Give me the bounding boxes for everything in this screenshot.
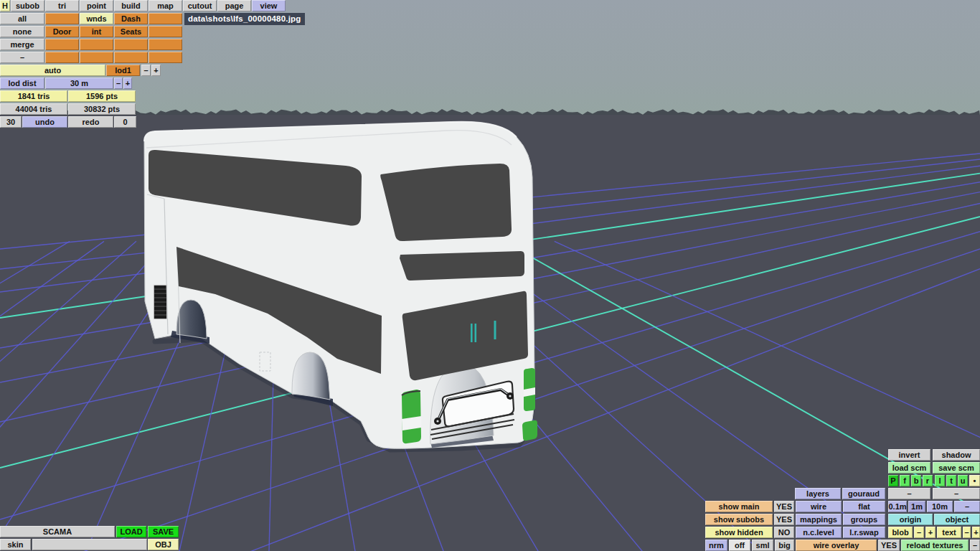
origin-button[interactable]: origin (888, 514, 933, 525)
subob-cell[interactable] (149, 39, 182, 50)
subob-all-button[interactable]: all (0, 13, 44, 24)
object-button[interactable]: object (934, 514, 980, 525)
show-hidden-toggle[interactable]: NO (774, 527, 794, 538)
subob-cell[interactable] (45, 13, 79, 24)
undo-count: 30 (0, 116, 22, 128)
obj-button[interactable]: OBJ (148, 539, 179, 550)
dash-button[interactable]: – (888, 488, 930, 499)
gouraud-button[interactable]: gouraud (842, 488, 885, 499)
upper-front-window (380, 164, 512, 241)
redo-count: 0 (114, 116, 136, 128)
wire-overlay-label: wire overlay (796, 540, 877, 551)
lod-pts-stat: 1596 pts (68, 90, 136, 102)
lod-auto-button[interactable]: auto (0, 65, 105, 76)
subob-none-button[interactable]: none (0, 26, 44, 37)
lod-dist-plus-button[interactable]: + (123, 77, 132, 89)
layers-button[interactable]: layers (795, 488, 841, 499)
shadow-button[interactable]: shadow (933, 449, 980, 461)
invert-button[interactable]: invert (888, 449, 930, 461)
subob-merge-button[interactable]: merge (0, 39, 44, 50)
lr-swap-button[interactable]: l.r.swap (843, 527, 885, 538)
view-key-P[interactable]: P (888, 475, 898, 486)
subob-cell-seats[interactable]: Seats (114, 26, 148, 37)
subob-cell[interactable] (45, 39, 79, 50)
subob-cell[interactable] (149, 13, 182, 24)
view-key-l[interactable]: l (935, 475, 945, 486)
lod-dist-label: lod dist (0, 77, 44, 89)
view-key-b[interactable]: b (911, 475, 921, 486)
subob-cell[interactable] (114, 52, 148, 63)
wire-overlay-toggle[interactable]: YES (878, 540, 900, 551)
view-key-f[interactable]: f (900, 475, 910, 486)
groups-button[interactable]: groups (843, 514, 885, 525)
menu-tri-tab[interactable]: tri (45, 0, 79, 11)
view-key-u[interactable]: u (958, 475, 968, 486)
text-button[interactable]: text (937, 527, 961, 538)
skin-name-field[interactable] (32, 539, 147, 550)
grid-0-1m-button[interactable]: 0.1m (888, 501, 907, 512)
subob-cell[interactable] (80, 52, 113, 63)
lod-dist-value[interactable]: 30 m (45, 77, 113, 89)
menu-subob-tab[interactable]: subob (11, 0, 44, 11)
subob-cell-door[interactable]: Door (45, 26, 79, 37)
view-key-dot[interactable]: • (969, 475, 980, 486)
blob-button[interactable]: blob (888, 527, 913, 538)
subob-cell[interactable] (149, 26, 182, 37)
nrm-sml-button[interactable]: sml (752, 540, 773, 551)
nrm-button[interactable]: nrm (705, 540, 727, 551)
blob-minus-button[interactable]: – (914, 527, 924, 538)
view-key-t[interactable]: t (946, 475, 956, 486)
menu-point-tab[interactable]: point (80, 0, 113, 11)
wire-button[interactable]: wire (796, 501, 842, 512)
menu-build-tab[interactable]: build (114, 0, 148, 11)
grid-1m-button[interactable]: 1m (908, 501, 925, 512)
mappings-button[interactable]: mappings (796, 514, 842, 525)
nrm-off-button[interactable]: off (729, 540, 750, 551)
subob-cell[interactable] (45, 52, 79, 63)
subob-dash-button[interactable]: – (0, 52, 44, 63)
subob-cell[interactable] (80, 39, 113, 50)
total-tris-stat: 44004 tris (0, 103, 67, 115)
lod-current-button[interactable]: lod1 (106, 65, 140, 76)
show-subobs-toggle[interactable]: YES (774, 514, 794, 525)
subob-cell[interactable] (114, 39, 148, 50)
reload-textures-button[interactable]: reload textures (901, 540, 969, 551)
subob-cell-wnds-selected[interactable]: wnds (80, 13, 113, 24)
save-scm-button[interactable]: save scm (933, 462, 980, 474)
load-scm-button[interactable]: load scm (888, 462, 930, 474)
grid-10m-button[interactable]: 10m (927, 501, 953, 512)
nrm-big-button[interactable]: big (775, 540, 794, 551)
load-button[interactable]: LOAD (116, 526, 146, 537)
side-vent-grille (154, 285, 167, 319)
show-subobs-label: show subobs (705, 514, 773, 525)
lod-plus-button[interactable]: + (151, 65, 161, 76)
screenshot-path-label: data\shots\lfs_00000480.jpg (184, 13, 305, 25)
skin-button[interactable]: skin (0, 539, 31, 550)
reload-dash-button[interactable]: – (970, 540, 980, 551)
subob-cell-dash[interactable]: Dash (114, 13, 148, 24)
redo-button[interactable]: redo (68, 116, 113, 128)
menu-map-tab[interactable]: map (149, 0, 182, 11)
menu-view-tab-active[interactable]: view (252, 0, 286, 11)
lod-dist-minus-button[interactable]: – (114, 77, 123, 89)
save-button[interactable]: SAVE (148, 526, 179, 537)
subob-cell[interactable] (149, 52, 182, 63)
text-minus-button[interactable]: – (963, 527, 971, 538)
viewport-3d[interactable] (0, 0, 980, 551)
model-name-field[interactable]: SCAMA (0, 526, 115, 537)
subob-cell-int[interactable]: int (80, 26, 113, 37)
show-main-toggle[interactable]: YES (774, 501, 794, 512)
menu-cutout-tab[interactable]: cutout (183, 0, 217, 11)
lfs-modeler-window: H subob tri point build map cutout page … (0, 0, 980, 551)
blob-plus-button[interactable]: + (925, 527, 936, 538)
menu-page-tab[interactable]: page (217, 0, 251, 11)
grid-dash-button[interactable]: – (954, 501, 980, 512)
flat-button[interactable]: flat (843, 501, 885, 512)
undo-button[interactable]: undo (22, 116, 67, 128)
text-plus-button[interactable]: + (972, 527, 980, 538)
view-key-r[interactable]: r (923, 475, 933, 486)
menu-h-button[interactable]: H (0, 0, 10, 11)
nc-level-button[interactable]: n.c.level (796, 527, 842, 538)
dash-button[interactable]: – (933, 488, 980, 499)
lod-minus-button[interactable]: – (141, 65, 151, 76)
